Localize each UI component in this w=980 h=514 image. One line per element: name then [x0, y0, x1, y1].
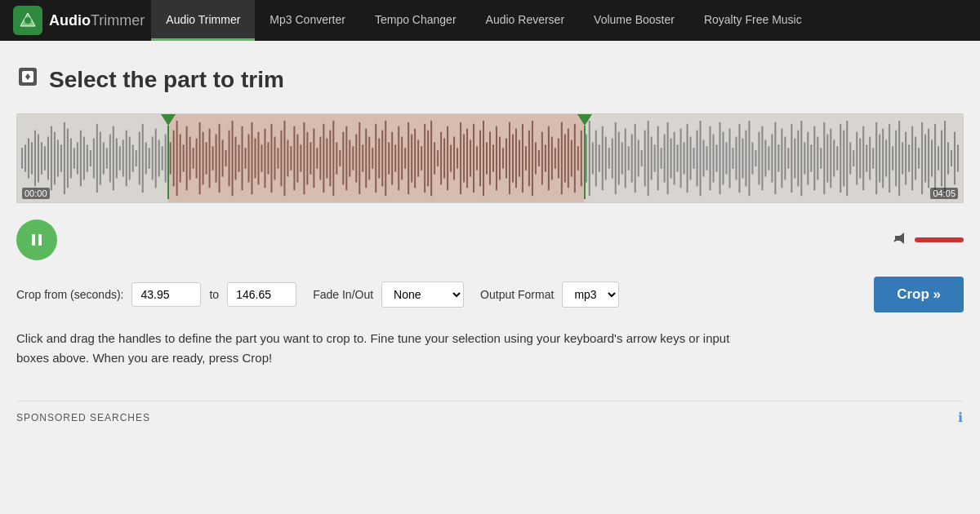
crop-to-input[interactable]: [227, 282, 296, 307]
svg-rect-80: [264, 129, 265, 188]
svg-rect-241: [791, 124, 792, 193]
svg-rect-196: [644, 131, 646, 187]
svg-rect-187: [615, 122, 617, 194]
svg-rect-32: [106, 148, 108, 169]
svg-rect-184: [605, 136, 607, 179]
svg-rect-121: [398, 126, 399, 191]
nav-link-mp3-converter[interactable]: Mp3 Converter: [255, 0, 360, 41]
svg-rect-224: [735, 136, 737, 179]
nav-link-audio-reverser[interactable]: Audio Reverser: [471, 0, 580, 41]
play-pause-button[interactable]: [16, 219, 57, 260]
svg-rect-36: [119, 146, 121, 170]
svg-rect-210: [690, 136, 692, 179]
crop-from-input[interactable]: [131, 282, 201, 307]
svg-rect-145: [476, 146, 478, 170]
svg-rect-128: [421, 146, 422, 170]
svg-rect-94: [310, 142, 311, 174]
left-handle[interactable]: [162, 114, 175, 199]
svg-rect-95: [313, 129, 314, 188]
svg-rect-217: [713, 135, 715, 183]
nav-link-royalty-free-music[interactable]: Royalty Free Music: [689, 0, 817, 41]
right-handle[interactable]: [578, 114, 591, 199]
svg-rect-258: [846, 121, 848, 196]
page-title-area: Select the part to trim: [16, 65, 964, 94]
svg-rect-229: [751, 142, 753, 174]
svg-rect-221: [726, 142, 728, 174]
svg-rect-16: [54, 132, 56, 185]
svg-rect-24: [80, 131, 82, 187]
svg-rect-79: [261, 144, 262, 171]
svg-rect-272: [892, 146, 893, 170]
svg-rect-252: [826, 135, 828, 183]
svg-rect-163: [535, 142, 537, 174]
svg-rect-34: [113, 126, 114, 191]
svg-rect-71: [235, 136, 237, 179]
svg-rect-193: [635, 124, 636, 193]
svg-rect-106: [349, 140, 350, 176]
svg-rect-117: [385, 121, 386, 196]
svg-rect-255: [836, 146, 838, 170]
svg-rect-243: [797, 131, 799, 187]
svg-rect-83: [274, 136, 275, 179]
svg-rect-116: [381, 131, 383, 187]
svg-rect-185: [608, 148, 610, 169]
svg-rect-188: [618, 132, 620, 185]
svg-rect-195: [641, 150, 643, 166]
svg-rect-220: [723, 132, 724, 185]
waveform-container[interactable]: 00:00 04:05: [16, 113, 964, 203]
svg-rect-58: [193, 148, 194, 169]
svg-rect-284: [931, 140, 933, 176]
svg-rect-68: [225, 150, 227, 166]
svg-rect-63: [209, 129, 211, 188]
svg-rect-59: [196, 138, 198, 178]
svg-rect-134: [440, 132, 442, 185]
format-select[interactable]: mp3wavoggm4a: [562, 281, 619, 308]
svg-rect-102: [336, 142, 337, 174]
nav-link-audio-trimmer[interactable]: Audio Trimmer: [151, 0, 255, 41]
svg-rect-227: [745, 131, 746, 187]
svg-rect-286: [938, 146, 939, 170]
svg-rect-67: [222, 140, 224, 176]
svg-rect-155: [509, 122, 510, 194]
svg-rect-142: [466, 129, 468, 188]
svg-rect-158: [519, 140, 520, 176]
svg-rect-166: [545, 144, 546, 171]
svg-rect-62: [206, 142, 207, 174]
info-icon[interactable]: ℹ: [958, 410, 964, 425]
svg-rect-33: [109, 135, 111, 183]
svg-rect-253: [830, 129, 831, 188]
volume-icon[interactable]: [893, 230, 910, 250]
svg-rect-103: [339, 150, 341, 166]
svg-rect-136: [447, 126, 448, 191]
instructions-text: Click and drag the handles to define the…: [16, 329, 751, 368]
svg-rect-216: [710, 126, 711, 191]
svg-rect-112: [368, 136, 370, 179]
svg-rect-274: [898, 121, 900, 196]
svg-rect-273: [895, 131, 897, 187]
svg-rect-54: [180, 135, 181, 183]
svg-rect-234: [768, 146, 769, 170]
svg-rect-25: [83, 136, 85, 179]
fade-select[interactable]: NoneFade InFade OutBoth: [381, 281, 464, 308]
svg-rect-77: [254, 138, 256, 178]
logo[interactable]: AudioTrimmer: [13, 6, 145, 35]
right-handle-line: [584, 126, 586, 199]
nav-link-volume-booster[interactable]: Volume Booster: [579, 0, 689, 41]
nav-link-tempo-changer[interactable]: Tempo Changer: [360, 0, 471, 41]
svg-rect-207: [680, 129, 682, 188]
svg-rect-18: [60, 144, 62, 171]
crop-button[interactable]: Crop »: [874, 277, 964, 312]
svg-rect-267: [875, 122, 877, 194]
svg-rect-277: [908, 144, 910, 171]
svg-rect-246: [807, 132, 808, 185]
svg-rect-228: [748, 121, 750, 196]
svg-rect-17: [57, 140, 59, 176]
svg-rect-85: [280, 131, 282, 187]
svg-rect-266: [872, 148, 874, 169]
svg-rect-292: [957, 144, 959, 171]
svg-rect-202: [664, 135, 666, 183]
svg-point-1: [24, 17, 31, 24]
volume-slider[interactable]: [915, 237, 964, 242]
svg-rect-104: [342, 132, 344, 185]
svg-rect-167: [548, 126, 550, 191]
